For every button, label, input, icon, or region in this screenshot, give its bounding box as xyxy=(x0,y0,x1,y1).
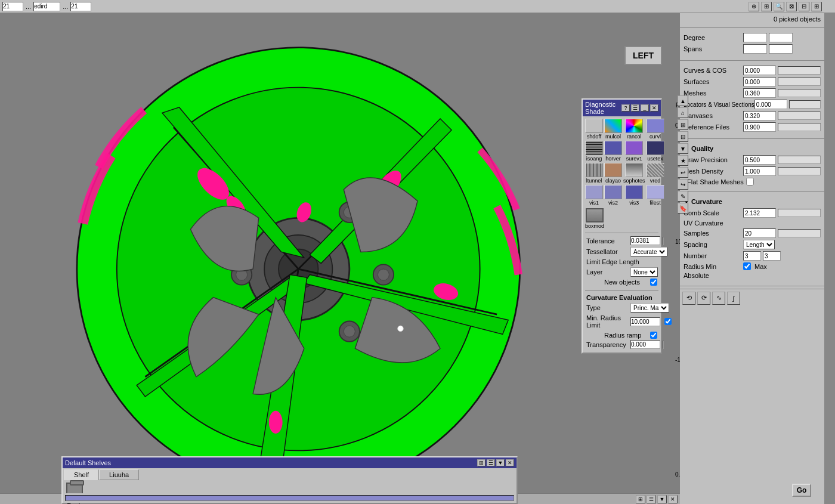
shelves-btn-1[interactable]: ⊞ xyxy=(477,459,485,466)
nav-btn-redo[interactable]: ↪ xyxy=(678,179,688,190)
toolbar-separator2: ... xyxy=(63,3,68,10)
diag-icon-sophotes[interactable]: sophotes xyxy=(623,163,645,184)
shelves-btn-2[interactable]: ☰ xyxy=(487,459,495,466)
diag-icon-vis1[interactable]: vis1 xyxy=(585,185,603,206)
diag-icon-horver[interactable]: horver xyxy=(604,141,622,162)
transparency-input[interactable] xyxy=(630,340,660,349)
viewport: LEFT xyxy=(0,13,680,504)
min-radius-input[interactable] xyxy=(630,317,660,326)
new-objects-checkbox[interactable] xyxy=(650,279,657,286)
diag-icon-ltunnel[interactable]: ltunnel xyxy=(585,163,603,184)
diag-icon-vis2[interactable]: vis2 xyxy=(604,185,622,206)
degree-input-2[interactable] xyxy=(769,33,793,42)
diag-help-btn[interactable]: ? xyxy=(621,104,630,112)
viewport-btn-2[interactable]: ☰ xyxy=(647,495,656,503)
bottom-icons-bar: ⟲ ⟳ ∿ ∫ xyxy=(680,289,824,307)
type-select[interactable]: Princ. Max xyxy=(630,303,669,313)
svg-point-23 xyxy=(398,326,404,332)
spacing-select[interactable]: Length xyxy=(743,240,775,249)
layer-select[interactable]: None xyxy=(630,267,658,277)
shelves-content: Trash xyxy=(64,480,515,504)
spans-input-2[interactable] xyxy=(769,44,793,54)
toolbar-input-1[interactable] xyxy=(2,2,23,11)
canvases-input[interactable]: 0.320 xyxy=(743,111,776,120)
props-icon-6[interactable]: ⊞ xyxy=(811,2,822,11)
diag-icon-boxmod[interactable]: boxmod xyxy=(585,208,604,229)
curves-cos-section: Curves & COS 0.000 Surfaces 0.000 Meshes… xyxy=(680,63,824,136)
samples-input[interactable]: 20 xyxy=(743,228,776,238)
min-radius-checkbox[interactable] xyxy=(664,318,672,325)
diag-icon-vred[interactable]: vred xyxy=(647,163,664,184)
viewport-btn-1[interactable]: ⊞ xyxy=(636,495,645,503)
reference-files-input[interactable]: 0.900 xyxy=(743,122,776,132)
new-objects-label: New objects xyxy=(604,279,646,286)
diag-icon-usetex[interactable]: usetex xyxy=(647,141,664,162)
diag-min-btn[interactable]: _ xyxy=(641,104,649,112)
diag-icon-isoang[interactable]: isoang xyxy=(585,141,603,162)
meshes-input[interactable]: 0.360 xyxy=(743,88,776,98)
quality-header: ▼ Quality xyxy=(684,144,821,153)
diag-icon-filest[interactable]: filest xyxy=(647,185,664,206)
shelves-btn-3[interactable]: ▼ xyxy=(496,459,505,466)
diag-icon-rancol[interactable]: rancol xyxy=(623,119,645,140)
nav-btn-undo[interactable]: ↩ xyxy=(678,167,688,178)
nav-btn-down[interactable]: ▼ xyxy=(678,143,688,154)
props-icon-3[interactable]: 🔍 xyxy=(774,2,784,11)
diag-close-btn[interactable]: ✕ xyxy=(650,104,658,112)
bottom-icon-2[interactable]: ⟳ xyxy=(697,292,710,305)
radius-min-checkbox[interactable] xyxy=(743,262,751,270)
nav-btn-bookmark[interactable]: 🔖 xyxy=(678,203,688,214)
mesh-density-input[interactable]: 1.000 xyxy=(743,166,776,176)
nav-btn-grid[interactable]: ⊞ xyxy=(678,119,688,130)
quality-section: ▼ Quality Draw Precision 0.500 Mesh Dens… xyxy=(680,141,824,189)
props-icon-5[interactable]: ⊟ xyxy=(799,2,809,11)
tessellator-select[interactable]: Accurate xyxy=(630,247,667,256)
props-icon-4[interactable]: ⊠ xyxy=(786,2,797,11)
tolerance-input[interactable] xyxy=(630,236,660,245)
number-input-2[interactable] xyxy=(763,251,781,261)
shelf-tab-liuuha[interactable]: Liuuha xyxy=(99,469,139,480)
diag-icon-surev1[interactable]: surev1 xyxy=(623,141,645,162)
diag-icon-vis3[interactable]: vis3 xyxy=(623,185,645,206)
toolbar-input-3[interactable] xyxy=(70,2,91,11)
curves-cos-input[interactable]: 0.000 xyxy=(743,66,776,75)
svg-point-19 xyxy=(378,269,389,280)
shelves-tabs: Shelf Liuuha xyxy=(64,469,515,480)
diag-icon-shdoff[interactable]: shdoff xyxy=(585,119,603,140)
bottom-icon-3[interactable]: ∿ xyxy=(712,292,725,305)
diag-icon-curvl[interactable]: curvl xyxy=(647,119,664,140)
nav-btn-home[interactable]: ⌂ xyxy=(678,107,688,118)
bottom-icon-1[interactable]: ⟲ xyxy=(682,292,695,305)
degree-input-1[interactable] xyxy=(743,33,767,42)
viewport-btn-3[interactable]: ▼ xyxy=(657,495,667,503)
diagnostic-shade-panel: Diagnostic Shade ? ☰ _ ✕ shdoff mulcol r… xyxy=(582,98,662,354)
diag-list-btn[interactable]: ☰ xyxy=(631,104,639,112)
number-input-1[interactable] xyxy=(743,251,761,261)
diag-icon-clayao[interactable]: clayao xyxy=(604,163,622,184)
locators-input[interactable]: 0.000 xyxy=(754,100,787,109)
toolbar-input-2[interactable] xyxy=(33,2,60,11)
props-icon-1[interactable]: ⊕ xyxy=(749,2,759,11)
type-row: Type Princ. Max xyxy=(586,303,657,313)
viewport-btn-close[interactable]: ✕ xyxy=(668,495,678,503)
nav-btn-star[interactable]: ★ xyxy=(678,155,688,166)
shelf-tab-shelf[interactable]: Shelf xyxy=(64,469,99,480)
bottom-icon-4[interactable]: ∫ xyxy=(727,292,740,305)
draw-precision-input[interactable]: 0.500 xyxy=(743,155,776,165)
flat-shade-checkbox[interactable] xyxy=(746,178,754,185)
props-icon-2[interactable]: ⊞ xyxy=(761,2,772,11)
nav-btn-up[interactable]: ▲ xyxy=(678,95,688,106)
nav-btn-pencil[interactable]: ✎ xyxy=(678,191,688,202)
shelves-close-btn[interactable]: ✕ xyxy=(506,459,514,466)
surfaces-input[interactable]: 0.000 xyxy=(743,77,776,86)
number-label: Number xyxy=(684,252,743,259)
spans-input-1[interactable] xyxy=(743,44,767,54)
diag-title-buttons: ? ☰ _ ✕ xyxy=(621,104,658,112)
go-button[interactable]: Go xyxy=(792,484,811,497)
radius-ramp-checkbox[interactable] xyxy=(650,332,657,339)
nav-btn-expand[interactable]: ⊟ xyxy=(678,131,688,142)
surfaces-label: Surfaces xyxy=(684,78,743,85)
diag-icon-mulcol[interactable]: mulcol xyxy=(604,119,622,140)
comb-scale-input[interactable]: 2.132 xyxy=(743,208,776,218)
limit-edge-label: Limit Edge Length xyxy=(586,258,639,265)
